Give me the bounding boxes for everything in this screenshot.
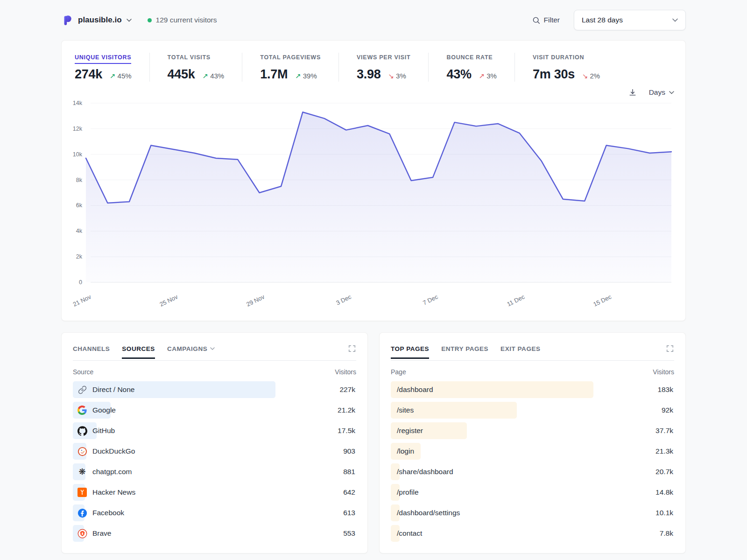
table-row[interactable]: Google 21.2k — [73, 402, 356, 419]
visitors-chart[interactable]: 02k4k6k8k10k12k14k21 Nov25 Nov29 Nov3 De… — [71, 98, 676, 317]
stat-change: ↗ 43% — [203, 72, 225, 80]
table-row[interactable]: /contact 7.8k — [391, 525, 674, 542]
source-name[interactable]: Direct / None — [92, 385, 134, 394]
table-row[interactable]: DuckDuckGo 903 — [73, 443, 356, 460]
interval-select[interactable]: Days — [649, 88, 674, 97]
trend-arrow-icon: ↘ — [388, 72, 394, 80]
table-row[interactable]: Facebook 613 — [73, 504, 356, 521]
filter-button[interactable]: Filter — [532, 16, 560, 24]
chevron-down-icon — [210, 347, 215, 350]
stat-change: ↘ 3% — [388, 72, 406, 80]
source-name[interactable]: DuckDuckGo — [92, 447, 135, 455]
tab-label: EXIT PAGES — [500, 345, 540, 352]
page-path[interactable]: /register — [397, 427, 423, 435]
topbar: plausible.io 129 current visitors Filter… — [61, 9, 686, 31]
visitors-value: 21.2k — [338, 406, 355, 414]
stat-views-per-visit[interactable]: VIEWS PER VISIT 3.98 ↘ 3% — [338, 53, 428, 82]
svg-text:11 Dec: 11 Dec — [506, 293, 526, 308]
table-row[interactable]: Hacker News 642 — [73, 484, 356, 501]
column-visitors: Visitors — [335, 368, 356, 376]
stat-visit-duration[interactable]: VISIT DURATION 7m 30s ↘ 2% — [514, 53, 618, 82]
visitors-value: 20.7k — [655, 468, 673, 476]
source-name[interactable]: Facebook — [92, 509, 124, 517]
plausible-dashboard: plausible.io 129 current visitors Filter… — [61, 0, 686, 553]
svg-text:14k: 14k — [73, 100, 83, 106]
expand-icon[interactable] — [348, 344, 356, 353]
divider — [73, 360, 356, 361]
page-path[interactable]: /dashboard — [397, 385, 433, 394]
stat-label: BOUNCE RATE — [446, 54, 493, 64]
table-row[interactable]: GitHub 17.5k — [73, 422, 356, 439]
sources-columns: Source Visitors — [73, 368, 356, 376]
source-name[interactable]: GitHub — [92, 427, 115, 435]
stat-label: VIEWS PER VISIT — [357, 54, 410, 64]
source-name[interactable]: Google — [92, 406, 116, 414]
source-name[interactable]: chatgpt.com — [92, 468, 132, 476]
date-range-value: Last 28 days — [582, 16, 623, 24]
sources-rows: Direct / None 227k Google 21.2k GitHub 1… — [73, 381, 356, 542]
table-row[interactable]: /dashboard 183k — [391, 381, 674, 398]
page-path[interactable]: /sites — [397, 406, 414, 414]
page-path[interactable]: /contact — [397, 529, 422, 538]
svg-text:8k: 8k — [76, 177, 83, 183]
page-path[interactable]: /profile — [397, 488, 419, 497]
expand-icon[interactable] — [666, 344, 674, 353]
tab-entry-pages[interactable]: ENTRY PAGES — [441, 345, 488, 352]
visitors-value: 10.1k — [655, 509, 673, 517]
source-name[interactable]: Hacker News — [92, 488, 135, 497]
date-range-select[interactable]: Last 28 days — [574, 10, 686, 30]
visitors-value: 613 — [343, 509, 355, 517]
table-row[interactable]: ❋ chatgpt.com 881 — [73, 463, 356, 480]
table-row[interactable]: /dashboard/settings 10.1k — [391, 504, 674, 521]
table-row[interactable]: Direct / None 227k — [73, 381, 356, 398]
svg-text:29 Nov: 29 Nov — [245, 293, 266, 308]
topbar-controls: Filter Last 28 days — [532, 10, 686, 30]
page-path[interactable]: /dashboard/settings — [397, 509, 460, 517]
page-path[interactable]: /login — [397, 447, 414, 455]
stat-value: 445k — [168, 67, 195, 82]
tab-campaigns[interactable]: CAMPAIGNS — [167, 345, 215, 352]
visitors-value: 17.5k — [338, 427, 355, 435]
stats-row: UNIQUE VISITORS 274k ↗ 45% TOTAL VISITS … — [71, 53, 676, 82]
current-visitors[interactable]: 129 current visitors — [148, 16, 217, 24]
stat-change-pct: 3% — [396, 72, 406, 80]
table-row[interactable]: /sites 92k — [391, 402, 674, 419]
stat-change: ↗ 3% — [479, 72, 497, 80]
page-path[interactable]: /share/dashboard — [397, 468, 453, 476]
site-switcher-area: plausible.io 129 current visitors — [61, 14, 217, 26]
stat-change: ↗ 45% — [110, 72, 132, 80]
chevron-down-icon[interactable] — [127, 19, 132, 22]
table-row[interactable]: Brave 553 — [73, 525, 356, 542]
stat-unique-visitors[interactable]: UNIQUE VISITORS 274k ↗ 45% — [75, 53, 149, 82]
chevron-down-icon — [669, 91, 674, 94]
chatgpt-icon: ❋ — [77, 467, 87, 477]
stat-total-visits[interactable]: TOTAL VISITS 445k ↗ 43% — [149, 53, 242, 82]
chart-controls: Days — [71, 88, 674, 97]
tab-exit-pages[interactable]: EXIT PAGES — [500, 345, 540, 352]
table-row[interactable]: /register 37.7k — [391, 422, 674, 439]
tab-channels[interactable]: CHANNELS — [73, 345, 110, 352]
tab-top-pages[interactable]: TOP PAGES — [391, 345, 429, 352]
stat-change-pct: 39% — [303, 72, 317, 80]
site-name[interactable]: plausible.io — [78, 15, 122, 25]
table-row[interactable]: /login 21.3k — [391, 443, 674, 460]
stat-total-pageviews[interactable]: TOTAL PAGEVIEWS 1.7M ↗ 39% — [242, 53, 338, 82]
table-row[interactable]: /share/dashboard 20.7k — [391, 463, 674, 480]
visitors-value: 14.8k — [655, 488, 673, 497]
source-name[interactable]: Brave — [92, 529, 112, 538]
overview-card: UNIQUE VISITORS 274k ↗ 45% TOTAL VISITS … — [61, 40, 686, 321]
current-visitors-label: 129 current visitors — [156, 16, 217, 24]
table-row[interactable]: /profile 14.8k — [391, 484, 674, 501]
column-source: Source — [73, 368, 93, 376]
column-visitors: Visitors — [653, 368, 674, 376]
svg-text:4k: 4k — [76, 228, 83, 234]
stat-label: UNIQUE VISITORS — [75, 54, 131, 64]
duckduckgo-icon — [77, 446, 87, 456]
download-icon[interactable] — [628, 88, 637, 97]
tab-sources[interactable]: SOURCES — [122, 345, 155, 352]
stat-bounce-rate[interactable]: BOUNCE RATE 43% ↗ 3% — [428, 53, 514, 82]
stat-value: 3.98 — [357, 67, 381, 82]
search-icon — [532, 16, 540, 24]
svg-text:7 Dec: 7 Dec — [422, 293, 439, 307]
facebook-icon — [77, 508, 87, 518]
